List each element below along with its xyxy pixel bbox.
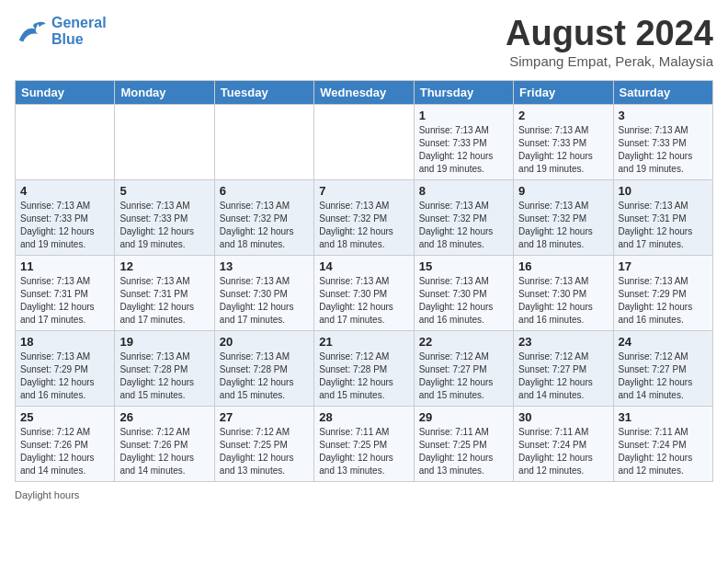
day-number: 6 (220, 184, 309, 198)
day-number: 26 (119, 410, 209, 424)
day-number: 24 (619, 335, 708, 349)
day-info: Sunrise: 7:13 AM Sunset: 7:32 PM Dayligh… (518, 200, 608, 251)
calendar-week-row: 18Sunrise: 7:13 AM Sunset: 7:29 PM Dayli… (16, 330, 713, 406)
calendar-cell: 25Sunrise: 7:12 AM Sunset: 7:26 PM Dayli… (16, 406, 115, 481)
calendar-cell: 13Sunrise: 7:13 AM Sunset: 7:30 PM Dayli… (214, 255, 313, 330)
day-number: 25 (20, 410, 109, 424)
day-number: 9 (518, 184, 608, 198)
calendar-cell: 7Sunrise: 7:13 AM Sunset: 7:32 PM Daylig… (314, 179, 414, 255)
calendar-cell: 10Sunrise: 7:13 AM Sunset: 7:31 PM Dayli… (613, 179, 712, 255)
day-number: 15 (419, 259, 508, 273)
day-info: Sunrise: 7:12 AM Sunset: 7:28 PM Dayligh… (319, 350, 408, 402)
calendar-day-header: Saturday (613, 80, 712, 104)
calendar-cell: 26Sunrise: 7:12 AM Sunset: 7:26 PM Dayli… (115, 406, 214, 481)
calendar-week-row: 11Sunrise: 7:13 AM Sunset: 7:31 PM Dayli… (16, 255, 713, 330)
day-info: Sunrise: 7:13 AM Sunset: 7:31 PM Dayligh… (20, 275, 109, 327)
calendar-cell: 4Sunrise: 7:13 AM Sunset: 7:33 PM Daylig… (16, 179, 115, 255)
month-year-title: August 2024 (506, 15, 713, 53)
calendar-cell: 29Sunrise: 7:11 AM Sunset: 7:25 PM Dayli… (414, 406, 513, 481)
calendar-cell: 17Sunrise: 7:13 AM Sunset: 7:29 PM Dayli… (613, 255, 712, 330)
logo-text: General Blue (51, 15, 107, 48)
day-number: 14 (319, 259, 408, 273)
calendar-cell: 31Sunrise: 7:11 AM Sunset: 7:24 PM Dayli… (613, 406, 712, 481)
day-number: 18 (20, 335, 109, 349)
day-number: 4 (20, 184, 109, 198)
calendar-table: SundayMondayTuesdayWednesdayThursdayFrid… (15, 80, 713, 482)
day-number: 3 (619, 109, 708, 122)
calendar-cell: 27Sunrise: 7:12 AM Sunset: 7:25 PM Dayli… (214, 406, 313, 481)
calendar-cell: 1Sunrise: 7:13 AM Sunset: 7:33 PM Daylig… (414, 104, 513, 179)
calendar-day-header: Wednesday (314, 80, 414, 104)
day-number: 23 (518, 335, 608, 349)
calendar-cell: 11Sunrise: 7:13 AM Sunset: 7:31 PM Dayli… (16, 255, 115, 330)
day-info: Sunrise: 7:13 AM Sunset: 7:29 PM Dayligh… (20, 350, 109, 402)
day-info: Sunrise: 7:11 AM Sunset: 7:25 PM Dayligh… (419, 426, 508, 477)
day-info: Sunrise: 7:13 AM Sunset: 7:31 PM Dayligh… (119, 275, 209, 327)
day-number: 13 (220, 259, 309, 273)
calendar-cell (16, 104, 115, 179)
day-number: 20 (220, 335, 309, 349)
day-info: Sunrise: 7:13 AM Sunset: 7:32 PM Dayligh… (220, 200, 309, 251)
day-info: Sunrise: 7:12 AM Sunset: 7:27 PM Dayligh… (619, 350, 708, 402)
day-info: Sunrise: 7:13 AM Sunset: 7:33 PM Dayligh… (518, 124, 608, 176)
calendar-cell: 9Sunrise: 7:13 AM Sunset: 7:32 PM Daylig… (514, 179, 613, 255)
day-info: Sunrise: 7:13 AM Sunset: 7:30 PM Dayligh… (319, 275, 408, 327)
day-number: 17 (619, 259, 708, 273)
calendar-cell: 2Sunrise: 7:13 AM Sunset: 7:33 PM Daylig… (514, 104, 613, 179)
calendar-cell: 6Sunrise: 7:13 AM Sunset: 7:32 PM Daylig… (214, 179, 313, 255)
day-number: 28 (319, 410, 408, 424)
calendar-day-header: Tuesday (214, 80, 313, 104)
calendar-cell: 16Sunrise: 7:13 AM Sunset: 7:30 PM Dayli… (514, 255, 613, 330)
day-number: 29 (419, 410, 508, 424)
footer-note: Daylight hours (15, 489, 713, 500)
calendar-cell: 24Sunrise: 7:12 AM Sunset: 7:27 PM Dayli… (613, 330, 712, 406)
calendar-cell: 19Sunrise: 7:13 AM Sunset: 7:28 PM Dayli… (115, 330, 214, 406)
day-info: Sunrise: 7:12 AM Sunset: 7:26 PM Dayligh… (119, 426, 209, 477)
day-info: Sunrise: 7:13 AM Sunset: 7:30 PM Dayligh… (518, 275, 608, 327)
calendar-cell: 20Sunrise: 7:13 AM Sunset: 7:28 PM Dayli… (214, 330, 313, 406)
day-info: Sunrise: 7:11 AM Sunset: 7:24 PM Dayligh… (518, 426, 608, 477)
day-info: Sunrise: 7:11 AM Sunset: 7:25 PM Dayligh… (319, 426, 408, 477)
day-info: Sunrise: 7:13 AM Sunset: 7:29 PM Dayligh… (619, 275, 708, 327)
day-info: Sunrise: 7:13 AM Sunset: 7:30 PM Dayligh… (419, 275, 508, 327)
day-number: 2 (518, 109, 608, 122)
calendar-cell: 3Sunrise: 7:13 AM Sunset: 7:33 PM Daylig… (613, 104, 712, 179)
calendar-cell: 5Sunrise: 7:13 AM Sunset: 7:33 PM Daylig… (115, 179, 214, 255)
day-number: 30 (518, 410, 608, 424)
calendar-cell: 12Sunrise: 7:13 AM Sunset: 7:31 PM Dayli… (115, 255, 214, 330)
calendar-cell: 8Sunrise: 7:13 AM Sunset: 7:32 PM Daylig… (414, 179, 513, 255)
title-block: August 2024 Simpang Empat, Perak, Malays… (506, 15, 713, 69)
calendar-week-row: 25Sunrise: 7:12 AM Sunset: 7:26 PM Dayli… (16, 406, 713, 481)
day-info: Sunrise: 7:13 AM Sunset: 7:33 PM Dayligh… (119, 200, 209, 251)
calendar-week-row: 1Sunrise: 7:13 AM Sunset: 7:33 PM Daylig… (16, 104, 713, 179)
day-number: 19 (119, 335, 209, 349)
calendar-cell (214, 104, 313, 179)
calendar-header-row: SundayMondayTuesdayWednesdayThursdayFrid… (16, 80, 713, 104)
calendar-cell: 14Sunrise: 7:13 AM Sunset: 7:30 PM Dayli… (314, 255, 414, 330)
day-number: 10 (619, 184, 708, 198)
day-number: 27 (220, 410, 309, 424)
day-info: Sunrise: 7:12 AM Sunset: 7:27 PM Dayligh… (518, 350, 608, 402)
location-subtitle: Simpang Empat, Perak, Malaysia (506, 53, 713, 69)
calendar-week-row: 4Sunrise: 7:13 AM Sunset: 7:33 PM Daylig… (16, 179, 713, 255)
day-info: Sunrise: 7:13 AM Sunset: 7:28 PM Dayligh… (119, 350, 209, 402)
day-number: 11 (20, 259, 109, 273)
day-info: Sunrise: 7:13 AM Sunset: 7:28 PM Dayligh… (220, 350, 309, 402)
day-number: 8 (419, 184, 508, 198)
day-info: Sunrise: 7:12 AM Sunset: 7:25 PM Dayligh… (220, 426, 309, 477)
day-number: 7 (319, 184, 408, 198)
day-number: 12 (119, 259, 209, 273)
calendar-cell: 22Sunrise: 7:12 AM Sunset: 7:27 PM Dayli… (414, 330, 513, 406)
calendar-cell: 15Sunrise: 7:13 AM Sunset: 7:30 PM Dayli… (414, 255, 513, 330)
logo: General Blue (15, 15, 107, 48)
calendar-cell: 23Sunrise: 7:12 AM Sunset: 7:27 PM Dayli… (514, 330, 613, 406)
calendar-day-header: Monday (115, 80, 214, 104)
calendar-day-header: Friday (514, 80, 613, 104)
day-number: 1 (419, 109, 508, 122)
day-info: Sunrise: 7:12 AM Sunset: 7:27 PM Dayligh… (419, 350, 508, 402)
day-info: Sunrise: 7:13 AM Sunset: 7:33 PM Dayligh… (20, 200, 109, 251)
calendar-cell (314, 104, 414, 179)
calendar-cell (115, 104, 214, 179)
day-number: 16 (518, 259, 608, 273)
day-info: Sunrise: 7:13 AM Sunset: 7:32 PM Dayligh… (319, 200, 408, 251)
